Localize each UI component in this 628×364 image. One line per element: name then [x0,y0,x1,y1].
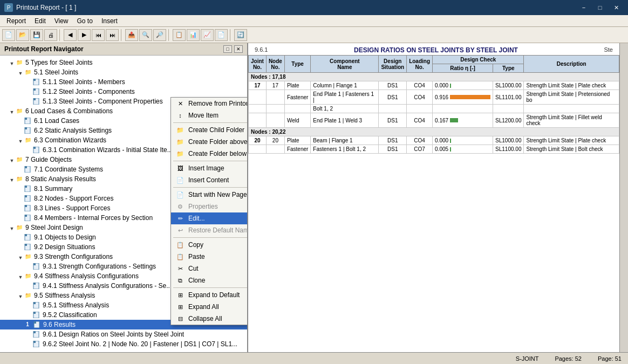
ctx-item-insertContent[interactable]: 📄Insert Content▶ [171,174,248,186]
tree-toggle-t17[interactable] [17,215,24,221]
tree-toggle-t26[interactable] [26,302,32,308]
tree-toggle-t19[interactable] [17,234,24,241]
toolbar-open[interactable]: 📂 [16,29,29,41]
tree-label-t22: 9.3.1 Strength Configurations - Settings [43,262,156,271]
ctx-icon-createBelow: 📁 [175,149,185,158]
ctx-item-copy[interactable]: 📋CopyCtrl+C [171,239,248,251]
th-loading: LoadingNo. [407,56,433,73]
title-bar: P Printout Report - [ 1 ] − □ ✕ [0,0,628,15]
tree-toggle-t18[interactable]: ▼ [9,224,15,231]
minimize-button[interactable]: − [576,2,591,13]
ctx-item-collapseAll[interactable]: ⊟Collapse All [171,313,248,325]
toolbar-save[interactable]: 💾 [30,29,43,41]
toolbar-first[interactable]: ⏮ [92,29,105,41]
doc-icon-t12 [24,166,32,173]
tree-toggle-t12[interactable] [17,166,24,173]
tree-label-t15: 8.2 Nodes - Support Forces [34,194,113,203]
tree-toggle-t4[interactable] [26,88,32,95]
tree-item-t30[interactable]: 9.6.2 Steel Joint No. 2 | Node No. 20 | … [0,339,247,349]
toolbar-refresh[interactable]: 🔄 [234,29,247,41]
tree-item-t29[interactable]: 9.6.1 Design Ratios on Steel Joints by S… [0,329,247,339]
toolbar-graph[interactable]: 📈 [201,29,214,41]
ctx-item-createBelow[interactable]: 📁Create Folder below Item [171,148,248,160]
tree-toggle-t25[interactable]: ▼ [17,292,24,299]
tree-toggle-t21[interactable]: ▼ [17,253,24,260]
folder-icon-t11: 📁 [15,156,24,163]
ctx-item-remove[interactable]: ✕Remove from Printout Report [171,98,248,109]
toolbar-new[interactable]: 📄 [2,29,15,41]
menu-insert[interactable]: Insert [97,16,122,26]
ctx-item-createAbove[interactable]: 📁Create Folder above Item [171,136,248,148]
tree-toggle-t5[interactable] [26,98,32,105]
ctx-label-insertContent: Insert Content [188,176,248,184]
tree-item-t2[interactable]: ▼📁5.1 Steel Joints [0,67,247,77]
toolbar-zoom-out[interactable]: 🔎 [153,29,166,41]
toolbar-print[interactable]: 🖨 [44,29,57,41]
maximize-button[interactable]: □ [592,2,607,13]
tree-toggle-t1[interactable]: ▼ [9,59,15,66]
tree-toggle-t10[interactable] [26,147,32,153]
svg-rect-19 [25,205,27,207]
tree-toggle-t9[interactable]: ▼ [17,137,24,143]
svg-rect-33 [33,312,36,314]
tree-toggle-t29[interactable] [26,331,32,338]
tree-toggle-t15[interactable] [17,195,24,202]
tree-item-t3[interactable]: 5.1.1 Steel Joints - Members [0,77,247,87]
toolbar-doc[interactable]: 📄 [215,29,228,41]
tree-toggle-t22[interactable] [26,263,32,270]
ctx-icon-startPage: 📄 [175,190,185,199]
ctx-label-paste: Paste [188,253,248,260]
tree-toggle-t28[interactable] [17,321,24,328]
ctx-item-expandAll[interactable]: ⊞Expand All [171,301,248,313]
menu-goto[interactable]: Go to [73,16,97,26]
panel-restore-button[interactable]: □ [223,45,232,53]
tree-toggle-t20[interactable] [17,244,24,250]
ctx-item-edit[interactable]: ✏Edit...2 [171,212,248,224]
ctx-icon-paste: 📋 [175,252,185,261]
panel-close-button[interactable]: ✕ [234,45,243,53]
tree-toggle-t3[interactable] [26,79,32,85]
tree-toggle-t13[interactable]: ▼ [9,176,15,182]
tree-toggle-t7[interactable] [17,118,24,124]
app-icon: P [4,3,13,12]
ctx-item-expandDefault[interactable]: ⊞Expand to Default [171,289,248,301]
tree-toggle-t23[interactable]: ▼ [17,273,24,279]
menu-edit[interactable]: Edit [30,16,50,26]
menu-view[interactable]: View [50,16,73,26]
ctx-item-move[interactable]: ↕Move Item▶ [171,109,248,121]
toolbar-export[interactable]: 📤 [125,29,138,41]
ctx-item-cut[interactable]: ✂CutCtrl+X [171,263,248,274]
tree-item-t4[interactable]: 5.1.2 Steel Joints - Components [0,87,247,97]
close-button[interactable]: ✕ [609,2,624,13]
ctx-item-startPage[interactable]: 📄Start with New Page [171,189,248,201]
toolbar-prev[interactable]: ◀ [64,29,77,41]
td-desc-0-3: Strength Limit State | Fillet weld check [524,113,619,128]
toolbar-chart[interactable]: 📊 [187,29,200,41]
menu-report[interactable]: Report [2,16,30,26]
doc-icon-t4 [32,88,41,95]
tree-toggle-t27[interactable] [26,312,32,318]
td-comp-1-0: Beam | Flange 1 [311,136,379,145]
tree-item-t1[interactable]: ▼📁5 Types for Steel Joints [0,58,247,67]
ctx-item-clone[interactable]: ⧉Clone [171,274,248,286]
folder-icon-t9: 📁 [24,136,32,144]
toolbar-next[interactable]: ▶ [78,29,91,41]
toolbar-last[interactable]: ⏭ [106,29,119,41]
tree-toggle-t11[interactable]: ▼ [9,156,15,163]
tree-toggle-t8[interactable] [17,127,24,134]
ctx-item-paste[interactable]: 📋PasteCtrl+V [171,251,248,263]
tree-toggle-t6[interactable]: ▼ [9,108,15,114]
tree-toggle-t14[interactable] [17,186,24,192]
panel-header: Printout Report Navigator □ ✕ [0,43,247,56]
tree-label-t26: 9.5.1 Stiffness Analysis [43,301,109,310]
ctx-icon-restoreName: ↩ [175,226,185,235]
ctx-item-createChild[interactable]: 📁Create Child Folder [171,124,248,136]
tree-toggle-t24[interactable] [26,283,32,289]
toolbar-zoom-in[interactable]: 🔍 [139,29,152,41]
tree-toggle-t16[interactable] [17,205,24,211]
tree-label-t14: 8.1 Summary [34,184,72,193]
tree-toggle-t30[interactable] [26,341,32,347]
tree-toggle-t2[interactable]: ▼ [17,69,24,75]
ctx-item-insertImage[interactable]: 🖼Insert Image▶ [171,162,248,174]
toolbar-copy[interactable]: 📋 [173,29,186,41]
